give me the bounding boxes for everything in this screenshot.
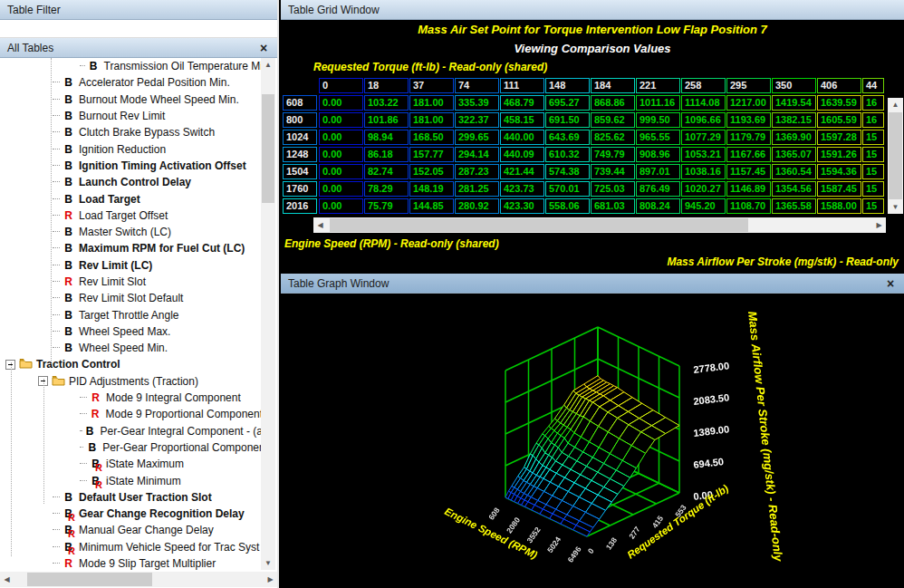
close-icon[interactable]: × xyxy=(257,38,270,58)
grid-cell[interactable]: 86.18 xyxy=(364,147,409,162)
grid-cell[interactable]: 695.27 xyxy=(545,95,590,111)
tree-item[interactable]: BLoad Target xyxy=(0,190,263,207)
tree-item[interactable]: BPer-Gear Integral Component - (a xyxy=(0,423,263,439)
tree-item[interactable]: BRGear Change Recognition Delay xyxy=(0,506,263,522)
tree-item[interactable]: BClutch Brake Bypass Switch xyxy=(0,124,263,140)
tree-item[interactable]: BLaunch Control Delay xyxy=(0,174,263,190)
grid-cell[interactable]: 1217.00 xyxy=(726,95,771,111)
grid-cell[interactable]: 1108.70 xyxy=(726,198,771,214)
grid-cell[interactable]: 1077.29 xyxy=(681,130,726,145)
grid-cell[interactable]: 570.01 xyxy=(545,181,590,197)
tree-item[interactable]: RLoad Target Offset xyxy=(0,207,263,224)
tree-vertical-scrollbar[interactable]: ▲ ▼ xyxy=(261,58,275,570)
grid-cell[interactable]: 897.01 xyxy=(636,164,680,179)
grid-cell[interactable]: 181.00 xyxy=(409,112,454,128)
grid-cell[interactable]: 0.00 xyxy=(319,181,363,197)
grid-cell[interactable]: 1597.28 xyxy=(817,130,861,145)
scroll-up-icon[interactable]: ▲ xyxy=(888,98,903,111)
tree-item[interactable]: BRev Limit Slot Default xyxy=(0,290,263,306)
grid-cell[interactable]: 423.73 xyxy=(500,181,544,197)
tree-item[interactable]: BRiState Maximum xyxy=(0,456,263,472)
tree-item[interactable]: BWheel Speed Min. xyxy=(0,340,263,356)
grid-cell[interactable]: 1011.16 xyxy=(636,95,680,111)
scroll-right-icon[interactable]: ▶ xyxy=(264,572,277,587)
tree-item[interactable]: RRev Limit Slot xyxy=(0,274,263,290)
scroll-up-icon[interactable]: ▲ xyxy=(261,58,275,72)
grid-cell[interactable]: 0.00 xyxy=(319,112,363,128)
grid-cell[interactable]: 739.44 xyxy=(591,164,635,179)
tree-item[interactable]: BRMinimum Vehicle Speed for Trac Syst xyxy=(0,539,263,555)
grid-cell[interactable]: 643.69 xyxy=(545,130,590,145)
grid-cell[interactable]: 945.20 xyxy=(681,198,726,214)
grid-cell[interactable]: 294.14 xyxy=(455,147,499,162)
grid-cell[interactable]: 1419.54 xyxy=(772,95,816,111)
grid-cell[interactable]: 101.86 xyxy=(364,112,409,128)
tree-horizontal-scrollbar[interactable]: ◀ ▶ xyxy=(0,572,277,587)
grid-cell[interactable]: 82.74 xyxy=(364,164,409,179)
grid-vertical-scrollbar[interactable]: ▲ ▼ xyxy=(888,98,903,214)
grid-cell[interactable]: 322.37 xyxy=(455,112,499,128)
grid-cell[interactable]: 558.06 xyxy=(545,198,590,214)
tree-item[interactable]: BIgnition Timing Activation Offset xyxy=(0,158,263,174)
grid-cell[interactable]: 440.09 xyxy=(500,147,544,162)
grid-cell[interactable]: 98.94 xyxy=(364,130,409,145)
grid-cell[interactable]: 15 xyxy=(862,164,884,179)
grid-cell[interactable]: 1365.58 xyxy=(772,198,816,214)
tree-item[interactable]: PID Adjustments (Traction) xyxy=(0,373,263,390)
grid-cell[interactable]: 691.50 xyxy=(545,112,590,128)
grid-cell[interactable]: 1354.56 xyxy=(772,181,816,197)
grid-cell[interactable]: 1193.69 xyxy=(726,112,771,128)
grid-cell[interactable]: 0.00 xyxy=(319,95,363,111)
grid-cell[interactable]: 859.62 xyxy=(591,112,635,128)
scroll-down-icon[interactable]: ▼ xyxy=(261,556,275,570)
grid-cell[interactable]: 908.96 xyxy=(636,147,680,162)
grid-cell[interactable]: 825.62 xyxy=(591,130,635,145)
grid-cell[interactable]: 281.25 xyxy=(455,181,499,197)
grid-cell[interactable]: 1594.36 xyxy=(817,164,861,179)
grid-cell[interactable]: 1157.45 xyxy=(726,164,771,179)
scrollbar-thumb[interactable] xyxy=(27,573,152,586)
grid-cell[interactable]: 421.44 xyxy=(500,164,544,179)
scroll-left-icon[interactable]: ◀ xyxy=(313,217,327,233)
grid-cell[interactable]: 15 xyxy=(862,130,884,145)
grid-cell[interactable]: 468.79 xyxy=(500,95,544,111)
grid-cell[interactable]: 0.00 xyxy=(319,130,363,145)
scrollbar-thumb[interactable] xyxy=(330,218,748,232)
grid-cell[interactable]: 287.23 xyxy=(455,164,499,179)
tree-item[interactable]: BAccelerator Pedal Position Min. xyxy=(0,74,263,91)
grid-cell[interactable]: 15 xyxy=(862,181,884,197)
tree-item[interactable]: RMode 9 Slip Target Multiplier xyxy=(0,555,263,570)
grid-cell[interactable]: 103.22 xyxy=(364,95,409,111)
grid-cell[interactable]: 965.55 xyxy=(636,130,680,145)
grid-cell[interactable]: 15 xyxy=(862,147,884,162)
grid-cell[interactable]: 16 xyxy=(862,112,884,128)
grid-cell[interactable]: 1591.26 xyxy=(817,147,861,162)
grid-cell[interactable]: 1179.79 xyxy=(726,130,771,145)
grid-cell[interactable]: 144.85 xyxy=(409,198,454,214)
grid-cell[interactable]: 423.30 xyxy=(500,198,544,214)
grid-cell[interactable]: 440.00 xyxy=(500,130,544,145)
grid-cell[interactable]: 16 xyxy=(862,95,884,111)
grid-cell[interactable]: 1020.27 xyxy=(681,181,726,197)
grid-cell[interactable]: 749.79 xyxy=(591,147,635,162)
grid-cell[interactable]: 1053.21 xyxy=(681,147,726,162)
scroll-left-icon[interactable]: ◀ xyxy=(0,572,14,587)
grid-cell[interactable]: 0.00 xyxy=(319,198,363,214)
tree-item[interactable]: BMaster Switch (LC) xyxy=(0,224,263,240)
tree-item[interactable]: BRev Limit (LC) xyxy=(0,257,263,274)
scroll-down-icon[interactable]: ▼ xyxy=(888,200,903,214)
grid-cell[interactable]: 299.65 xyxy=(455,130,499,145)
grid-cell[interactable]: 1365.07 xyxy=(772,147,816,162)
grid-cell[interactable]: 75.79 xyxy=(364,198,409,214)
grid-cell[interactable]: 335.39 xyxy=(455,95,499,111)
table-filter-input[interactable] xyxy=(0,20,277,38)
scrollbar-thumb[interactable] xyxy=(262,94,274,203)
grid-cell[interactable]: 152.05 xyxy=(409,164,454,179)
tree-item[interactable]: Traction Control xyxy=(0,356,263,372)
grid-cell[interactable]: 1587.45 xyxy=(817,181,861,197)
grid-cell[interactable]: 148.19 xyxy=(409,181,454,197)
grid-cell[interactable]: 725.03 xyxy=(591,181,635,197)
grid-cell[interactable]: 1382.15 xyxy=(772,112,816,128)
tree-item[interactable]: BRiState Minimum xyxy=(0,472,263,488)
grid-cell[interactable]: 157.77 xyxy=(409,147,454,162)
